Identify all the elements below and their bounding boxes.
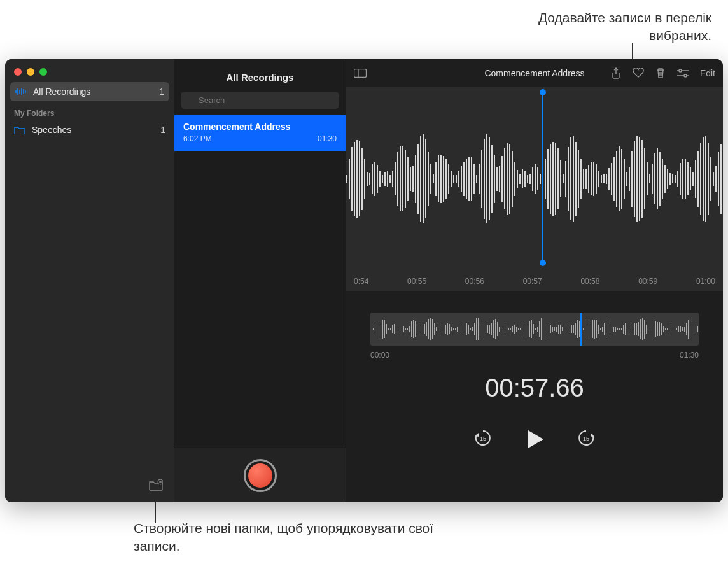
playback-settings-button[interactable] [677, 69, 689, 78]
sidebar-item-label: Speeches [32, 125, 71, 135]
recording-list-item[interactable]: Commencement Address 6:02 PM 01:30 [174, 115, 346, 151]
svg-point-15 [679, 69, 682, 72]
recording-duration: 01:30 [318, 134, 337, 143]
waveform-main[interactable]: 0:54 00:55 00:56 00:57 00:58 00:59 01:00 [346, 87, 723, 291]
detail-column: Commencement Address Edit [346, 59, 723, 502]
overview-start-label: 00:00 [370, 351, 389, 360]
sidebar-toggle-icon [354, 69, 367, 78]
svg-rect-11 [354, 69, 367, 78]
new-folder-icon [149, 479, 163, 491]
waveform-bars [346, 105, 723, 253]
minimize-window-button[interactable] [27, 68, 34, 76]
skip-back-15-icon: 15 [473, 428, 493, 448]
play-icon [523, 428, 546, 451]
recording-title: Commencement Address [183, 122, 337, 132]
overview-times: 00:00 01:30 [370, 351, 699, 360]
maximize-window-button[interactable] [39, 68, 47, 76]
close-window-button[interactable] [14, 68, 22, 76]
record-button[interactable] [244, 459, 277, 492]
share-button[interactable] [611, 67, 621, 79]
playhead[interactable] [542, 92, 543, 263]
delete-button[interactable] [655, 67, 666, 79]
svg-text:15: 15 [583, 435, 589, 442]
search-input[interactable] [181, 92, 339, 109]
overview-end-label: 01:30 [680, 351, 699, 360]
callout-new-folder: Створюйте нові папки, щоб упорядковувати… [134, 519, 452, 556]
ruler-tick: 00:59 [638, 277, 657, 286]
sidebar-item-all-recordings[interactable]: All Recordings 1 [10, 82, 169, 101]
app-window: All Recordings 1 My Folders Speeches 1 A… [5, 59, 723, 502]
ruler-tick: 00:56 [465, 277, 484, 286]
overview-playhead[interactable] [580, 313, 582, 346]
svg-marker-19 [528, 430, 543, 448]
transport-controls: 15 15 [346, 428, 723, 451]
edit-button[interactable]: Edit [700, 68, 715, 78]
new-folder-button[interactable] [149, 479, 163, 493]
svg-text:15: 15 [480, 435, 486, 442]
heart-icon [633, 68, 644, 78]
favorite-button[interactable] [633, 68, 644, 78]
detail-toolbar: Commencement Address Edit [346, 59, 723, 87]
record-footer [174, 448, 346, 502]
svg-point-16 [684, 74, 687, 77]
sidebar-item-count: 1 [159, 87, 164, 97]
skip-forward-15-icon: 15 [577, 428, 596, 448]
time-ruler: 0:54 00:55 00:56 00:57 00:58 00:59 01:00 [346, 277, 723, 286]
ruler-tick: 00:55 [407, 277, 426, 286]
share-icon [611, 67, 621, 79]
window-controls [5, 59, 174, 82]
svg-marker-20 [591, 433, 594, 437]
sidebar-item-speeches[interactable]: Speeches 1 [5, 120, 174, 139]
sidebar-section-header: My Folders [5, 101, 174, 120]
svg-marker-17 [475, 433, 479, 437]
play-button[interactable] [523, 428, 546, 451]
overview-bars [373, 316, 696, 342]
skip-back-button[interactable]: 15 [473, 428, 493, 450]
waveform-icon [15, 87, 27, 96]
sliders-icon [677, 69, 689, 78]
waveform-overview[interactable] [370, 313, 699, 346]
ruler-tick: 0:54 [354, 277, 368, 286]
list-header-title: All Recordings [174, 59, 346, 92]
ruler-tick: 00:57 [523, 277, 542, 286]
recording-list-column: All Recordings Commencement Address 6:02… [174, 59, 346, 502]
trash-icon [655, 67, 666, 79]
recording-time: 6:02 PM [183, 134, 212, 143]
skip-forward-button[interactable]: 15 [577, 428, 596, 450]
toggle-sidebar-button[interactable] [354, 69, 367, 78]
ruler-tick: 00:58 [580, 277, 599, 286]
sidebar: All Recordings 1 My Folders Speeches 1 [5, 59, 174, 502]
sidebar-item-label: All Recordings [33, 87, 90, 97]
callout-favorites: Додавайте записи в перелік вибраних. [482, 9, 711, 45]
detail-title: Commencement Address [484, 68, 584, 78]
current-time-display: 00:57.66 [346, 374, 723, 402]
sidebar-item-count: 1 [160, 125, 165, 135]
record-icon [248, 463, 272, 488]
search-box [181, 92, 339, 109]
folder-icon [14, 125, 25, 134]
ruler-tick: 01:00 [696, 277, 715, 286]
